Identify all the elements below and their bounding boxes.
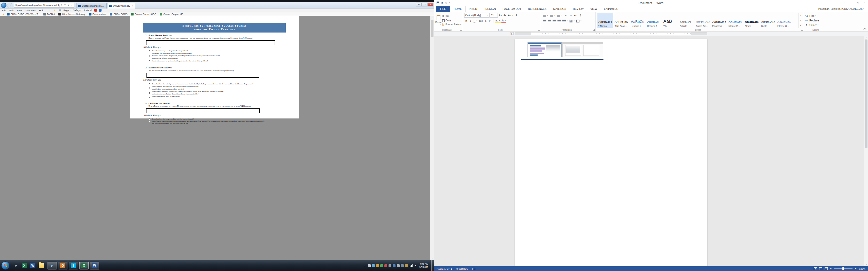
style-gallery-item[interactable]: AaBbCcL Intense E... [727,13,743,28]
line-spacing-button[interactable]: ▼ [562,19,568,23]
proofing-icon[interactable] [472,268,475,270]
cut-button[interactable]: Cut [441,14,462,18]
style-gallery-item[interactable]: AaBbCc Heading 1 [629,13,646,28]
browser-addon-icon[interactable] [99,9,101,11]
response-text-field[interactable] [146,40,275,45]
pasted-screenshot-image[interactable] [528,42,604,57]
dialog-launcher-icon[interactable] [593,29,595,31]
web-layout-button[interactable] [825,267,828,270]
checkbox[interactable] [149,58,150,59]
clear-formatting-button[interactable]: A [514,13,518,18]
style-gallery-item[interactable]: AaB Title [662,13,678,28]
checkbox[interactable] [149,83,150,85]
close-button[interactable]: × [428,3,433,6]
menu-item[interactable]: Help [39,9,44,12]
checkbox[interactable] [149,91,150,93]
checkbox[interactable] [149,86,150,88]
tray-icon[interactable] [376,264,379,267]
show-desktop-button[interactable] [431,260,433,271]
address-bar[interactable]: https://wwwdev.cdc.gov/nssp/documents/at… [14,3,74,8]
minimize-button[interactable]: ─ [847,0,854,6]
favorites-bar-link[interactable]: CDC - OADS - We Were T... [7,13,40,15]
subscript-button[interactable]: x₂ [484,19,488,23]
checkbox[interactable] [149,55,150,57]
font-name-combobox[interactable]: Calibri (Body)▼ [464,13,490,18]
stop-icon[interactable]: × [70,4,73,6]
tray-icon[interactable] [405,264,408,267]
decrease-indent-button[interactable]: ⇤ [563,13,568,18]
scroll-down-icon[interactable]: ▼ [864,263,868,266]
hidden-icons-arrow[interactable]: ▲ [364,265,366,267]
taskbar-pinned-app[interactable] [38,262,45,269]
horizontal-ruler[interactable] [515,32,707,35]
menu-item[interactable]: Edit [9,9,13,12]
style-gallery-item[interactable]: AaBbCcI Heading 2 [646,13,662,28]
checkbox[interactable] [149,118,150,120]
font-size-combobox[interactable]: 11▼ [490,13,498,18]
word-count[interactable]: 0 WORDS [457,267,468,270]
help-button[interactable]: ? [91,9,92,11]
tab-success-stories[interactable]: Success Stories | NSSP | CDC [76,3,107,8]
style-gallery-item[interactable]: AaBbCcDc ¶ No Spac... [613,13,629,28]
style-gallery-item[interactable]: AaBbCcDc ¶ Normal [597,13,613,28]
italic-button[interactable]: I [469,19,472,23]
command-button[interactable]: Safety ▼ [73,9,82,11]
search-icon[interactable] [60,4,63,6]
read-mode-button[interactable] [814,267,817,270]
checkbox[interactable] [149,53,150,54]
grow-font-button[interactable]: A▴ [498,13,502,18]
command-button[interactable]: Tools ▼ [84,9,91,11]
url-text[interactable]: https://wwwdev.cdc.gov/nssp/documents/at… [15,4,60,6]
zoom-slider-thumb[interactable] [842,267,844,270]
font-color-button[interactable]: A▼ [501,19,506,23]
page-indicator[interactable]: PAGE 1 OF 1 [437,267,452,270]
taskbar-pinned-app[interactable]: W [29,262,36,269]
numbering-button[interactable]: ▼ [549,13,556,18]
account-name[interactable]: Hausman, Leslie B. (CDC/OID/NCEZID) [818,7,864,10]
add-favorite-icon[interactable]: ★ [2,13,4,15]
close-button[interactable]: × [861,0,868,6]
ribbon-tab[interactable]: DESIGN [482,6,499,12]
favorites-bar-link[interactable]: Comm. Corps - CDC [131,13,156,15]
copy-button[interactable]: Copy [441,18,462,22]
response-text-field[interactable] [147,73,259,78]
back-button[interactable]: ← [1,3,6,8]
align-right-button[interactable] [552,19,556,23]
tray-icon[interactable] [372,264,375,267]
zoom-out-button[interactable]: − [830,267,832,270]
gallery-up-icon[interactable]: ▲ [799,13,803,18]
tab-wwwdev-active[interactable]: wwwdev.cdc.gov × [107,3,135,8]
ribbon-tab[interactable]: MAILINGS [550,6,570,12]
tab-close-icon[interactable]: × [132,5,133,7]
zoom-in-button[interactable]: + [855,267,857,270]
align-left-button[interactable] [542,19,547,23]
qat-customize-icon[interactable]: ▼ [449,2,451,4]
network-icon[interactable] [410,264,412,267]
style-gallery-item[interactable]: AaBbCcDt Emphasis [711,13,727,28]
start-button[interactable] [1,262,9,270]
tray-icon[interactable] [368,264,371,267]
word-page[interactable] [515,39,707,266]
scroll-up-icon[interactable]: ▲ [864,36,868,39]
replace-button[interactable]: abReplace [805,18,830,23]
superscript-button[interactable]: x² [488,19,492,23]
browser-scrollbar[interactable]: ▲ ▼ [430,16,434,260]
scrollbar-thumb[interactable] [431,20,433,37]
refresh-icon[interactable]: ↻ [67,4,70,6]
align-center-button[interactable] [547,19,552,23]
tray-icon[interactable] [384,264,387,267]
undo-icon[interactable]: ↺ [441,2,443,4]
ribbon-tab[interactable]: FILE [436,6,450,12]
taskbar-pinned-app[interactable]: e [12,262,20,269]
response-text-field[interactable] [146,108,260,113]
print-layout-button[interactable] [819,267,822,270]
favorites-star-icon[interactable]: ★ [54,9,56,11]
tray-icon[interactable] [380,264,383,267]
scroll-down-icon[interactable]: ▼ [430,257,434,260]
dialog-launcher-icon[interactable] [538,29,540,31]
checkbox[interactable] [149,121,150,122]
document-scrollbar[interactable]: ▲ ▼ [864,36,868,266]
taskbar-pinned-app[interactable]: X [21,262,28,269]
tray-icon[interactable] [393,264,396,267]
minimize-button[interactable]: ─ [416,3,422,6]
